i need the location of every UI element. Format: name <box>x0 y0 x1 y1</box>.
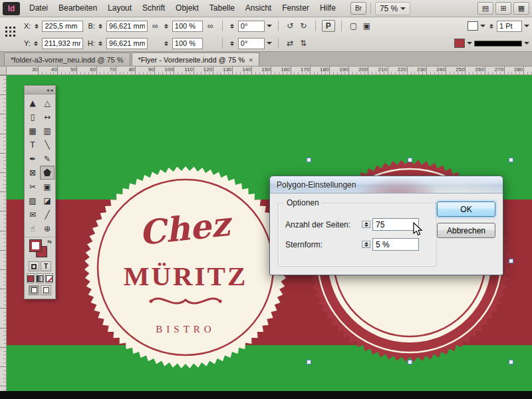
tab-folder-a3-vorne[interactable]: *folder-a3-vorne_neu.indd @ 75 % <box>4 53 130 66</box>
polygon-tool[interactable] <box>40 166 55 180</box>
formatting-affects-text-button[interactable]: T <box>41 261 51 271</box>
shear-dropdown-icon[interactable] <box>267 42 272 47</box>
stroke-weight-dropdown-icon[interactable] <box>524 25 529 30</box>
rotation-angle-input[interactable] <box>238 21 265 32</box>
shear-angle-input[interactable] <box>238 38 265 49</box>
pencil-tool[interactable]: ✎ <box>40 152 55 166</box>
shear-spinner[interactable] <box>229 41 236 46</box>
selection-handle[interactable] <box>408 158 412 162</box>
x-spinner[interactable] <box>33 24 40 29</box>
apply-color-button[interactable] <box>27 273 35 283</box>
scale-y-spinner[interactable] <box>163 41 170 46</box>
hand-tool[interactable]: ☝ <box>25 221 40 235</box>
menu-objekt[interactable]: Objekt <box>170 0 204 17</box>
badge-chez-mueritz[interactable]: Chez MÜRITZ BISTRO <box>76 158 295 377</box>
stroke-weight-spinner[interactable] <box>487 24 495 29</box>
flip-horizontal-icon[interactable]: ⇄ <box>285 37 296 49</box>
note-tool[interactable]: ✉ <box>25 207 40 221</box>
gap-tool[interactable]: ↔ <box>40 110 55 124</box>
menu-schrift[interactable]: Schrift <box>137 0 170 17</box>
menu-hilfe[interactable]: Hilfe <box>315 0 341 17</box>
normal-view-button[interactable] <box>29 285 39 295</box>
formatting-affects-container-button[interactable] <box>29 261 39 271</box>
stroke-weight-input[interactable] <box>497 21 522 32</box>
x-input[interactable] <box>42 21 83 32</box>
y-input[interactable] <box>42 38 83 49</box>
line-tool[interactable]: ╲ <box>40 138 55 152</box>
zoom-tool[interactable]: ⊕ <box>40 221 55 235</box>
scale-x-input[interactable] <box>172 21 203 32</box>
select-container-icon[interactable]: ▢ <box>348 20 359 32</box>
selection-handle[interactable] <box>509 360 513 364</box>
stroke-style-dropdown-icon[interactable] <box>524 42 529 47</box>
y-spinner[interactable] <box>33 41 40 46</box>
menu-fenster[interactable]: Fenster <box>277 0 315 17</box>
apply-none-button[interactable] <box>45 273 53 283</box>
height-spinner[interactable] <box>97 41 104 46</box>
menu-datei[interactable]: Datei <box>24 0 53 17</box>
select-content-icon[interactable]: ▣ <box>361 20 372 32</box>
rotate-ccw-icon[interactable]: ↺ <box>285 20 296 32</box>
selection-handle[interactable] <box>307 360 311 364</box>
paragraph-p-button[interactable]: P <box>322 20 335 32</box>
content-placer-tool[interactable]: ▥ <box>40 124 55 138</box>
free-transform-tool[interactable]: ▣ <box>40 180 55 194</box>
collapse-panel-icon[interactable]: ◄◄ <box>45 88 53 92</box>
rotation-dropdown-icon[interactable] <box>267 25 272 30</box>
content-collector-tool[interactable]: ▦ <box>25 124 40 138</box>
rotation-spinner[interactable] <box>229 24 236 29</box>
selection-tool[interactable]: ▲ <box>25 96 40 110</box>
width-spinner[interactable] <box>97 24 104 29</box>
horizontal-ruler[interactable]: 3040506070809010011012013014015016017018… <box>7 66 532 75</box>
height-input[interactable] <box>106 38 148 49</box>
cancel-button[interactable]: Abbrechen <box>437 223 495 238</box>
reference-point-proxy[interactable] <box>5 27 16 37</box>
star-inset-spinner[interactable] <box>362 241 370 248</box>
dialog-titlebar[interactable]: Polygon-Einstellungen <box>270 176 503 194</box>
menu-bearbeiten[interactable]: Bearbeiten <box>53 0 102 17</box>
apply-gradient-button[interactable] <box>36 273 44 283</box>
screen-mode-icon[interactable]: ⊞ <box>495 2 511 15</box>
vertical-ruler[interactable] <box>0 75 7 391</box>
pen-tool[interactable]: ✒ <box>25 152 40 166</box>
bridge-button[interactable]: Br <box>350 2 366 15</box>
preview-view-button[interactable] <box>41 285 51 295</box>
rectangle-frame-tool[interactable]: ⊠ <box>25 166 40 180</box>
scale-y-input[interactable] <box>172 38 203 49</box>
tab-flyer-vorderseite[interactable]: *Flyer - Vorderseite.indd @ 75 % × <box>132 53 260 66</box>
direct-selection-tool[interactable]: △ <box>40 96 55 110</box>
fill-dropdown-icon[interactable] <box>480 25 485 30</box>
selection-handle[interactable] <box>307 158 311 162</box>
scale-x-spinner[interactable] <box>163 24 170 29</box>
menu-ansicht[interactable]: Ansicht <box>240 0 277 17</box>
rotate-cw-icon[interactable]: ↻ <box>298 20 309 32</box>
menu-tabelle[interactable]: Tabelle <box>204 0 240 17</box>
stroke-dropdown-icon[interactable] <box>467 42 472 47</box>
zoom-level-dropdown[interactable]: 75 % <box>375 2 410 15</box>
scissors-tool[interactable]: ✂ <box>25 180 40 194</box>
fill-swatch[interactable] <box>467 21 478 31</box>
ruler-corner[interactable] <box>0 66 7 75</box>
arrange-documents-icon[interactable]: ▤ <box>477 2 493 15</box>
stroke-swatch[interactable] <box>454 39 465 48</box>
type-tool[interactable]: T <box>25 138 40 152</box>
page-tool[interactable]: ▯ <box>25 110 40 124</box>
selection-handle[interactable] <box>408 360 412 364</box>
selection-handle[interactable] <box>509 259 513 263</box>
eyedropper-tool[interactable]: ╱ <box>40 207 55 221</box>
width-input[interactable] <box>106 21 148 32</box>
ok-button[interactable]: OK <box>437 201 495 217</box>
fill-proxy-swatch[interactable] <box>30 240 41 251</box>
stroke-style-preview[interactable] <box>474 41 522 47</box>
gradient-feather-tool[interactable]: ◪ <box>40 194 55 207</box>
close-icon[interactable]: × <box>249 56 253 64</box>
gradient-swatch-tool[interactable]: ▨ <box>25 194 40 207</box>
selection-handle[interactable] <box>509 158 513 162</box>
star-inset-input[interactable] <box>372 238 419 251</box>
menu-layout[interactable]: Layout <box>102 0 137 17</box>
swap-fill-stroke-icon[interactable]: ⇆ <box>47 239 52 245</box>
sides-count-spinner[interactable] <box>362 221 370 228</box>
tools-panel-header[interactable]: ◄◄ <box>25 86 55 94</box>
flip-vertical-icon[interactable]: ⇅ <box>298 37 309 49</box>
constrain-scale-icon[interactable]: ∞ <box>205 20 216 32</box>
